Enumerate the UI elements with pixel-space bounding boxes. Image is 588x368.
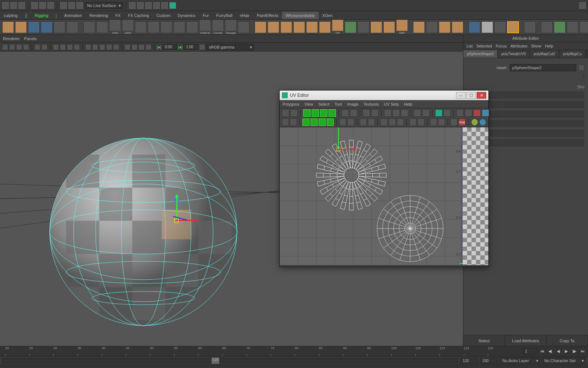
anim-layer-dropdown[interactable]: No Anim Layer	[500, 357, 540, 364]
attr-tab-mapcut[interactable]: polyMapCut2	[530, 50, 559, 58]
rewind-button[interactable]: ⏮	[539, 348, 545, 354]
character-set-dropdown[interactable]: No Character Set	[542, 357, 586, 364]
uv-tool-icon[interactable]	[282, 118, 289, 126]
vp-tool-icon[interactable]	[113, 44, 119, 50]
shelf-button[interactable]	[481, 21, 493, 33]
uv-tool-icon[interactable]	[451, 118, 458, 126]
uv-menu-tool[interactable]: Tool	[335, 102, 342, 106]
shelf-button-smt[interactable]	[396, 20, 408, 31]
uv-flip-v-icon[interactable]	[312, 109, 319, 117]
uv-tool-icon[interactable]	[465, 109, 472, 117]
tool-icon[interactable]	[161, 2, 168, 9]
tool-icon[interactable]	[153, 2, 160, 9]
vp-tool-icon[interactable]	[16, 44, 22, 50]
shelf-button-constr[interactable]	[212, 20, 224, 31]
uv-tool-icon[interactable]	[482, 109, 489, 117]
help-icon[interactable]	[579, 2, 586, 9]
menu-selected[interactable]: Selected	[476, 44, 492, 48]
shelf-tab-rendering[interactable]: Rendering	[86, 12, 112, 19]
uv-tool-icon[interactable]	[456, 109, 464, 117]
uv-rgb-icon[interactable]: RGB	[459, 118, 466, 126]
tool-icon[interactable]	[145, 2, 152, 9]
tool-icon[interactable]	[10, 2, 17, 9]
shelf-tab-rigging[interactable]: Rigging	[31, 12, 52, 19]
range-slider[interactable]: 120	[2, 358, 458, 363]
refresh-icon[interactable]	[76, 2, 83, 9]
shelf-button[interactable]	[554, 21, 566, 33]
uv-tool-icon[interactable]	[414, 109, 421, 117]
menu-attributes[interactable]: Attributes	[510, 44, 527, 48]
shelf-button[interactable]	[358, 21, 369, 33]
play-back-button[interactable]: ◀	[555, 348, 562, 354]
shelf-button[interactable]	[41, 21, 53, 33]
attr-tab-mapcut2[interactable]: polyMapCu	[559, 50, 586, 58]
uv-menu-polygons[interactable]: Polygons	[283, 102, 299, 106]
menu-renderer[interactable]: Renderer	[3, 36, 20, 41]
uv-tool-icon[interactable]	[363, 109, 370, 117]
uv-menu-textures[interactable]: Textures	[363, 102, 379, 106]
shelf-button[interactable]	[439, 21, 451, 33]
shelf-button[interactable]	[507, 21, 519, 33]
current-frame-field[interactable]	[523, 348, 537, 354]
vp-tool-icon[interactable]	[139, 44, 144, 50]
vp-tool-icon[interactable]	[53, 44, 59, 50]
tool-icon[interactable]	[169, 2, 176, 9]
uv-tool-icon[interactable]	[392, 109, 400, 117]
uv-tool-icon[interactable]	[417, 118, 424, 126]
uv-tool-icon[interactable]	[360, 118, 367, 126]
shelf-button-lra[interactable]	[109, 20, 121, 31]
shelf-button[interactable]	[319, 21, 331, 33]
uv-tool-icon[interactable]	[329, 109, 336, 117]
command-line[interactable]	[0, 365, 588, 368]
shelf-button[interactable]	[67, 21, 78, 33]
shelf-button[interactable]	[580, 21, 588, 33]
uv-tool-icon[interactable]	[290, 118, 297, 126]
tool-icon[interactable]	[39, 2, 46, 9]
shelf-button[interactable]	[28, 21, 40, 33]
shelf-button-cp[interactable]	[332, 20, 344, 31]
uv-menu-view[interactable]: View	[304, 102, 313, 106]
shelf-button[interactable]	[524, 21, 536, 33]
shelf-button[interactable]	[148, 21, 159, 33]
shelf-button[interactable]	[15, 21, 27, 33]
uv-editor-window[interactable]: UV Editor — ☐ ✕ Polygons View Select Too…	[279, 90, 489, 267]
vp-tool-icon[interactable]	[23, 44, 29, 50]
shelf-button[interactable]	[135, 21, 147, 33]
uv-tool-icon[interactable]	[290, 109, 298, 117]
tool-icon[interactable]	[2, 2, 9, 9]
presets-icon[interactable]	[584, 73, 584, 78]
shelf-tab-xgen[interactable]: XGen	[319, 12, 336, 19]
shelf-button[interactable]	[452, 21, 463, 33]
shelf-button[interactable]	[306, 21, 318, 33]
shelf-tab-nhair[interactable]: nHair	[236, 12, 253, 19]
shelf-tab-furryball[interactable]: FurryBall	[212, 12, 236, 19]
gamma-field[interactable]: 1.00	[183, 44, 198, 50]
shelf-button[interactable]	[370, 21, 382, 33]
colorspace-dropdown[interactable]: sRGB gamma	[206, 44, 254, 50]
uv-canvas[interactable]: 0.8 0.7 0.4 0.2	[280, 127, 488, 265]
uv-menu-select[interactable]: Select	[318, 102, 330, 106]
uv-tool-icon[interactable]	[371, 109, 379, 117]
uv-tool-icon[interactable]	[339, 118, 346, 126]
uv-tool-icon[interactable]	[401, 109, 408, 117]
shelf-button[interactable]	[469, 21, 480, 33]
step-fwd-button[interactable]: |▶	[571, 348, 578, 354]
uv-tool-icon[interactable]	[438, 118, 445, 126]
uv-tool-icon[interactable]	[479, 118, 486, 126]
uv-tool-icon[interactable]	[347, 118, 354, 126]
scrub-handle[interactable]: 120	[212, 358, 219, 364]
tool-icon[interactable]	[18, 2, 25, 9]
uv-tool-icon[interactable]	[319, 118, 326, 126]
tool-icon[interactable]	[31, 2, 38, 9]
uv-tool-icon[interactable]	[384, 109, 391, 117]
tool-icon[interactable]	[68, 2, 75, 9]
vp-tool-icon[interactable]	[92, 44, 98, 50]
attr-tab-tweakuv[interactable]: polyTweakUV5	[498, 50, 530, 58]
shelf-button[interactable]	[96, 21, 108, 33]
load-attributes-button[interactable]: Load Attributes	[505, 335, 546, 346]
fast-fwd-button[interactable]: ⏭	[579, 348, 586, 354]
shelf-tab-fur[interactable]: Fur	[199, 12, 213, 19]
menu-help[interactable]: Help	[545, 44, 553, 48]
uv-tool-icon[interactable]	[409, 118, 416, 126]
maximize-button[interactable]: ☐	[466, 92, 476, 99]
